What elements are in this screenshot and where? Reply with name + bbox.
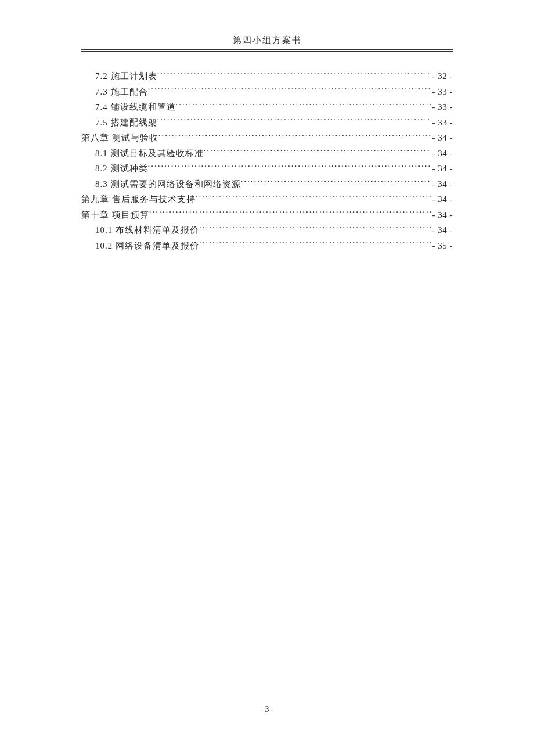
- toc-entry-page: - 34 -: [431, 208, 453, 223]
- toc-leader-dots: [157, 117, 431, 125]
- toc-entry[interactable]: 7.3 施工配合 - 33 -: [81, 85, 453, 100]
- toc-entry-label: 8.1 测试目标及其验收标准: [95, 146, 204, 161]
- toc-leader-dots: [158, 132, 431, 141]
- toc-entry-label: 第九章 售后服务与技术支持: [81, 192, 196, 207]
- toc-entry-page: - 34 -: [431, 192, 453, 207]
- toc-entry-label: 7.2 施工计划表: [95, 69, 157, 84]
- toc-entry[interactable]: 8.3 测试需要的网络设备和网络资源- 34 -: [81, 177, 453, 192]
- toc-entry-page: - 32 -: [431, 69, 453, 84]
- toc-leader-dots: [204, 147, 431, 156]
- header-rule-top: [81, 49, 453, 50]
- toc-leader-dots: [148, 86, 431, 95]
- toc-leader-dots: [176, 101, 431, 110]
- toc-entry[interactable]: 10.2 网络设备清单及报价- 35 -: [81, 239, 453, 254]
- toc-entry-page: - 34 -: [431, 177, 453, 192]
- toc-leader-dots: [199, 240, 431, 249]
- toc-entry[interactable]: 第十章 项目预算 - 34 -: [81, 208, 453, 223]
- toc-entry-label: 7.4 铺设线缆和管道: [95, 100, 176, 115]
- toc-entry-page: - 34 -: [431, 161, 453, 177]
- toc-entry-label: 10.1 布线材料清单及报价: [95, 223, 199, 238]
- toc-entry[interactable]: 7.2 施工计划表 - 32 -: [81, 69, 453, 84]
- toc-entry-label: 第八章 测试与验收: [81, 131, 158, 146]
- toc-entry[interactable]: 7.5 搭建配线架 - 33 -: [81, 116, 453, 131]
- toc-entry-label: 第十章 项目预算: [81, 208, 149, 223]
- toc-leader-dots: [199, 224, 431, 233]
- page-footer-number: - 3 -: [0, 705, 534, 714]
- toc-leader-dots: [148, 163, 431, 171]
- header-rule-bottom: [81, 51, 453, 52]
- toc-entry-page: - 34 -: [431, 223, 453, 238]
- toc-entry-label: 8.3 测试需要的网络设备和网络资源: [95, 177, 241, 192]
- toc-entry-label: 7.3 施工配合: [95, 85, 148, 100]
- toc-entry-page: - 33 -: [431, 85, 453, 100]
- toc-entry[interactable]: 7.4 铺设线缆和管道- 33 -: [81, 100, 453, 115]
- toc-entry-label: 7.5 搭建配线架: [95, 116, 157, 131]
- toc-entry[interactable]: 第九章 售后服务与技术支持- 34 -: [81, 192, 453, 207]
- toc-entry-page: - 33 -: [431, 116, 453, 131]
- toc-leader-dots: [149, 209, 431, 218]
- toc-entry-label: 10.2 网络设备清单及报价: [95, 239, 199, 254]
- toc-entry[interactable]: 8.1 测试目标及其验收标准- 34 -: [81, 146, 453, 161]
- page-header-title: 第四小组方案书: [81, 35, 453, 49]
- toc-leader-dots: [241, 178, 431, 187]
- toc-entry-page: - 34 -: [431, 146, 453, 161]
- toc-entry[interactable]: 第八章 测试与验收- 34 -: [81, 131, 453, 146]
- table-of-contents: 7.2 施工计划表 - 32 -7.3 施工配合 - 33 -7.4 铺设线缆和…: [81, 69, 453, 253]
- toc-entry-label: 8.2 测试种类: [95, 161, 148, 177]
- toc-entry[interactable]: 8.2 测试种类 - 34 -: [81, 161, 453, 177]
- document-page: 第四小组方案书 7.2 施工计划表 - 32 -7.3 施工配合 - 33 -7…: [0, 0, 534, 756]
- toc-entry-page: - 34 -: [431, 131, 453, 146]
- toc-entry-page: - 33 -: [431, 100, 453, 115]
- toc-leader-dots: [196, 193, 431, 202]
- toc-leader-dots: [157, 70, 431, 79]
- toc-entry-page: - 35 -: [431, 239, 453, 254]
- toc-entry[interactable]: 10.1 布线材料清单及报价- 34 -: [81, 223, 453, 238]
